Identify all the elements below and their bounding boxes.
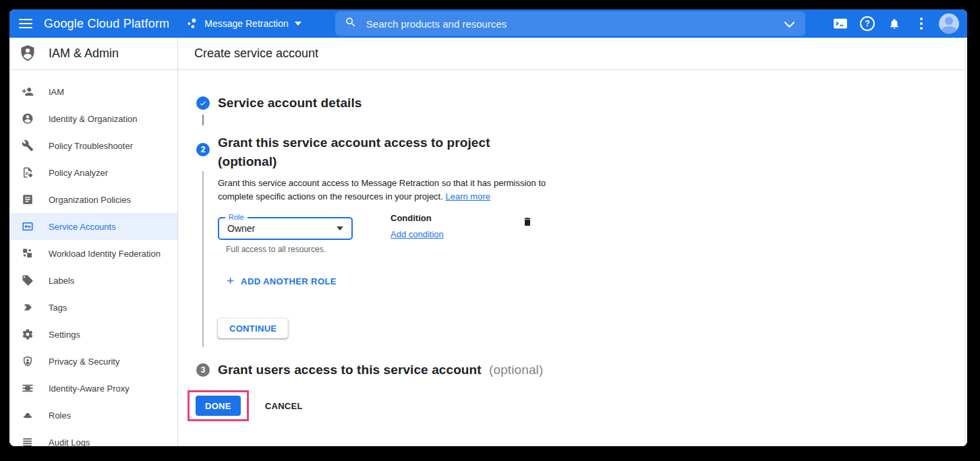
project-selector[interactable]: Message Retraction <box>185 17 301 30</box>
trash-icon <box>522 216 533 228</box>
delete-role-button[interactable] <box>522 216 533 230</box>
list-lines-icon <box>22 436 34 446</box>
person-add-icon <box>22 86 34 98</box>
sidebar-item-label: Policy Analyzer <box>49 168 108 178</box>
sidebar-item-label: Organization Policies <box>49 195 131 205</box>
search-expand-chevron-icon[interactable] <box>784 17 795 28</box>
project-name: Message Retraction <box>204 18 289 29</box>
plus-icon: + <box>227 276 234 286</box>
form-actions: DONE CANCEL <box>188 390 964 421</box>
gcp-logo[interactable]: Google Cloud Platform <box>44 17 169 31</box>
sidebar-item-audit-logs[interactable]: Audit Logs <box>9 429 177 446</box>
sidebar-item-label: Audit Logs <box>49 437 90 447</box>
dropdown-arrow-icon <box>337 226 343 230</box>
sidebar-item-policy-analyzer[interactable]: Policy Analyzer <box>9 159 177 186</box>
sidebar-item-policy-troubleshooter[interactable]: Policy Troubleshooter <box>9 132 177 159</box>
role-row: Role Owner Full access to all resources.… <box>218 212 964 254</box>
sidebar-item-label: Workload Identity Federation <box>49 249 161 259</box>
scrollbar[interactable] <box>964 38 967 446</box>
main-content: Create service account Service account d… <box>178 38 964 446</box>
sidebar-item-label: Service Accounts <box>49 222 116 232</box>
sidebar-item-roles[interactable]: Roles <box>9 402 177 429</box>
avatar[interactable] <box>939 13 959 34</box>
sidebar-item-label: IAM <box>49 87 64 97</box>
menu-icon[interactable] <box>19 19 32 28</box>
continue-button[interactable]: CONTINUE <box>218 318 288 338</box>
sidebar-item-settings[interactable]: Settings <box>9 321 177 348</box>
step-3-optional-label: (optional) <box>489 363 543 377</box>
role-select[interactable]: Role Owner <box>218 217 353 240</box>
step-2-number-badge: 2 <box>196 143 210 156</box>
gear-icon <box>22 328 34 340</box>
step-3-grant-users: 3 Grant users access to this service acc… <box>196 363 964 377</box>
sidebar-item-workload-identity-federation[interactable]: Workload Identity Federation <box>9 240 177 267</box>
condition-label: Condition <box>391 213 492 223</box>
top-app-bar: Google Cloud Platform Message Retraction <box>9 9 967 38</box>
role-field-label: Role <box>225 213 248 221</box>
cancel-button[interactable]: CANCEL <box>261 400 307 412</box>
notifications-icon[interactable] <box>881 17 908 30</box>
sidebar-header: IAM & Admin <box>9 38 177 70</box>
sidebar-nav: IAM Identity & Organization Policy Troub… <box>9 70 177 446</box>
page-title: Create service account <box>194 47 318 61</box>
done-button[interactable]: DONE <box>196 396 241 416</box>
person-circle-icon <box>22 113 34 125</box>
learn-more-link[interactable]: Learn more <box>445 191 490 202</box>
sidebar-item-labels[interactable]: Labels <box>9 267 177 294</box>
tags-arrow-icon <box>22 301 34 313</box>
add-another-role-button[interactable]: + ADD ANOTHER ROLE <box>227 276 337 286</box>
service-account-key-icon <box>22 220 34 233</box>
sidebar-item-label: Identity-Aware Proxy <box>49 383 129 394</box>
iam-admin-shield-icon <box>19 44 36 64</box>
step-3-number-badge: 3 <box>196 363 210 377</box>
tag-icon <box>22 274 34 286</box>
sidebar-item-identity-aware-proxy[interactable]: Identity-Aware Proxy <box>9 375 177 402</box>
role-helper-text: Full access to all resources. <box>226 245 353 254</box>
search-input[interactable] <box>365 18 779 30</box>
proxy-layers-icon <box>22 382 34 394</box>
sidebar-item-label: Privacy & Security <box>49 357 119 367</box>
hat-icon <box>22 409 34 421</box>
done-button-highlight: DONE <box>188 390 249 421</box>
step-1-title: Service account details <box>218 96 362 111</box>
step-1-completed-check-icon <box>196 96 210 110</box>
sidebar-item-privacy-security[interactable]: Privacy & Security <box>9 348 177 375</box>
sidebar-item-label: Identity & Organization <box>49 114 138 124</box>
step-connector-line <box>202 115 204 125</box>
sidebar-item-identity-organization[interactable]: Identity & Organization <box>9 105 177 132</box>
step-1-service-account-details: Service account details <box>196 96 964 111</box>
sidebar-item-organization-policies[interactable]: Organization Policies <box>9 186 177 213</box>
sidebar-item-label: Tags <box>49 303 67 313</box>
sidebar-item-label: Policy Troubleshooter <box>49 141 133 151</box>
wrench-icon <box>22 140 34 152</box>
cloud-shell-icon[interactable] <box>827 18 854 30</box>
step-2-optional-label: (optional) <box>218 152 490 171</box>
sidebar-item-service-accounts[interactable]: Service Accounts <box>9 213 177 240</box>
kebab-menu-icon[interactable] <box>908 18 935 30</box>
step-2-grant-access: 2 Grant this service account access to p… <box>196 133 964 171</box>
document-gear-icon <box>22 166 34 179</box>
step-2-panel: Grant this service account access to Mes… <box>202 171 964 347</box>
topbar-actions <box>827 13 959 34</box>
search-bar[interactable] <box>335 11 805 36</box>
sidebar-item-label: Settings <box>49 330 80 340</box>
sidebar-item-label: Roles <box>49 410 71 421</box>
sidebar-title: IAM & Admin <box>49 47 119 61</box>
help-icon[interactable] <box>854 16 881 31</box>
step-3-title: Grant users access to this service accou… <box>218 363 482 377</box>
document-lines-icon <box>22 193 34 206</box>
search-icon <box>345 16 357 31</box>
sidebar-item-tags[interactable]: Tags <box>9 294 177 321</box>
sidebar-item-iam[interactable]: IAM <box>9 78 177 105</box>
chevron-down-icon <box>295 22 301 26</box>
page-header: Create service account <box>178 38 964 70</box>
sidebar-item-label: Labels <box>49 276 74 286</box>
project-switcher-icon <box>185 17 199 30</box>
sidebar: IAM & Admin IAM Identity & Organization … <box>9 38 178 446</box>
workload-squares-icon <box>22 247 34 259</box>
role-selected-value: Owner <box>227 223 255 234</box>
step-2-title: Grant this service account access to pro… <box>218 133 490 152</box>
shield-icon <box>22 355 34 367</box>
step-2-description: Grant this service account access to Mes… <box>218 177 550 204</box>
add-condition-link[interactable]: Add condition <box>391 229 444 239</box>
